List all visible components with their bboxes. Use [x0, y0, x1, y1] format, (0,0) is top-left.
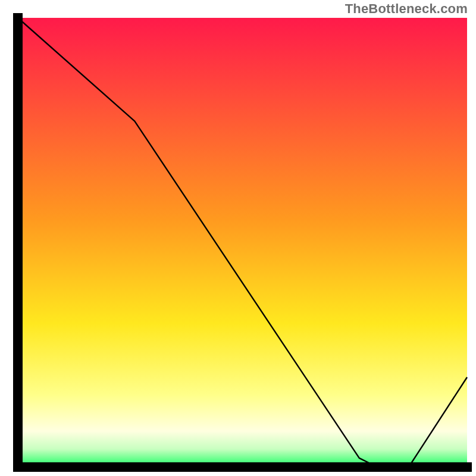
bottleneck-chart: [0, 0, 476, 476]
watermark-text: TheBottleneck.com: [345, 1, 468, 17]
plot-background: [18, 18, 467, 467]
chart-container: TheBottleneck.com: [0, 0, 476, 476]
